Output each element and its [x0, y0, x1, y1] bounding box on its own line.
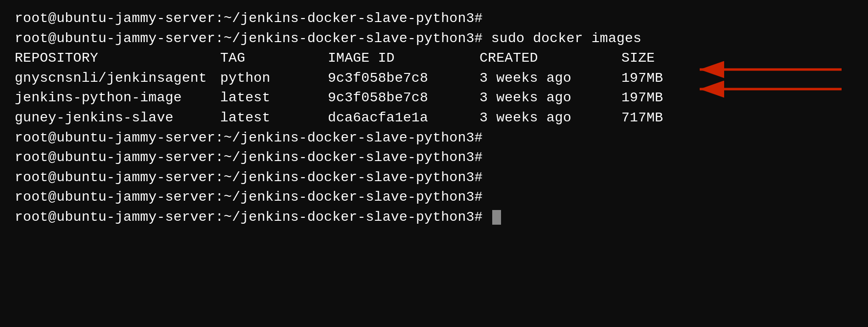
terminal-window: root@ubuntu-jammy-server:~/jenkins-docke… — [0, 0, 868, 327]
arrows-overlay — [0, 0, 868, 327]
